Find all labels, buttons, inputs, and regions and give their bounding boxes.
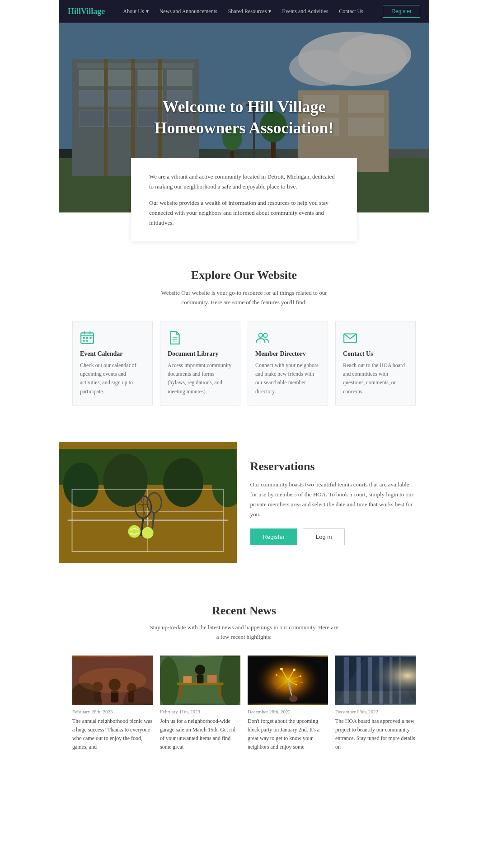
recent-news-title: Recent News: [72, 604, 416, 618]
explore-subtitle: Website Our website is your go-to resour…: [154, 288, 334, 307]
nav-events[interactable]: Events and Activities: [277, 5, 333, 18]
svg-rect-91: [207, 675, 217, 683]
svg-point-85: [219, 656, 240, 705]
svg-point-55: [163, 458, 203, 507]
reservations-image: [59, 442, 237, 563]
svg-rect-77: [94, 692, 101, 702]
news-image-3: [248, 656, 328, 705]
reservations-content: Reservations Our community boasts two be…: [237, 442, 429, 563]
explore-title: Explore Our Website: [72, 269, 416, 282]
reservations-buttons: Register Log in: [250, 528, 416, 545]
svg-point-110: [289, 695, 298, 702]
svg-point-108: [296, 684, 297, 685]
feature-event-calendar: Event Calendar Check out our calendar of…: [72, 321, 153, 406]
news-image-2: [160, 656, 240, 705]
hero-content: Welcome to Hill Village Homeowners Assoc…: [151, 96, 337, 139]
nav-news[interactable]: News and Announcements: [155, 5, 222, 18]
svg-point-105: [300, 675, 301, 677]
svg-rect-42: [89, 337, 91, 339]
feature-contact: Contact Us Reach out to the HOA board an…: [335, 321, 416, 406]
news-image-1: [72, 656, 153, 705]
svg-rect-89: [183, 676, 192, 683]
svg-rect-88: [218, 685, 221, 698]
mail-icon: [343, 330, 357, 345]
reservations-description: Our community boasts two beautiful tenni…: [250, 480, 416, 519]
feature-title-calendar: Event Calendar: [80, 350, 145, 358]
intro-card: We are a vibrant and active community lo…: [131, 158, 357, 241]
chevron-down-icon: ▾: [268, 8, 271, 15]
logo-village: Village: [81, 7, 105, 16]
svg-point-72: [142, 527, 154, 539]
document-icon: [168, 330, 182, 345]
feature-document-library: Document Library Access important commun…: [160, 321, 240, 406]
news-card-4: December 08th, 2022 The HOA board has ap…: [335, 656, 416, 752]
people-icon: [255, 330, 270, 345]
feature-title-doc: Document Library: [168, 350, 233, 358]
news-date-1: February 28th, 2023: [72, 709, 153, 714]
news-date-3: December 28th, 2022: [248, 709, 328, 714]
svg-rect-81: [128, 692, 134, 702]
nav-about-us[interactable]: About Us ▾: [118, 5, 153, 18]
svg-point-104: [293, 669, 296, 671]
svg-rect-93: [197, 675, 204, 684]
svg-rect-120: [335, 691, 416, 703]
calendar-icon: [80, 330, 94, 345]
hero-title: Welcome to Hill Village Homeowners Assoc…: [151, 96, 337, 139]
nav-shared-resources[interactable]: Shared Resources ▾: [224, 5, 276, 18]
svg-rect-44: [86, 340, 88, 341]
feature-title-directory: Member Directory: [255, 350, 320, 358]
features-grid: Event Calendar Check out our calendar of…: [72, 321, 416, 406]
reservations-title: Reservations: [250, 460, 416, 473]
feature-desc-directory: Connect with your neighbors and make new…: [255, 361, 320, 396]
register-button[interactable]: Register: [383, 5, 420, 18]
news-date-4: December 08th, 2022: [335, 709, 416, 714]
news-text-4: The HOA board has approved a new project…: [335, 717, 416, 752]
feature-member-directory: Member Directory Connect with your neigh…: [248, 321, 328, 406]
news-card-1: February 28th, 2023 The annual neighborh…: [72, 656, 153, 752]
site-logo[interactable]: HillVillage: [68, 7, 105, 16]
svg-rect-43: [83, 340, 84, 341]
svg-rect-41: [86, 337, 88, 339]
news-text-2: Join us for a neighborhood-wide garage s…: [160, 717, 240, 752]
tennis-court: [59, 442, 237, 563]
news-card-3: December 28th, 2022 Don't forget about t…: [248, 656, 328, 752]
intro-paragraph-1: We are a vibrant and active community lo…: [149, 172, 339, 192]
news-grid: February 28th, 2023 The annual neighborh…: [72, 656, 416, 752]
svg-point-48: [258, 333, 263, 337]
logo-hill: Hill: [68, 7, 81, 16]
explore-section: Explore Our Website Website Our website …: [59, 241, 429, 423]
svg-rect-87: [179, 685, 182, 698]
svg-point-82: [79, 668, 146, 693]
intro-paragraph-2: Our website provides a wealth of informa…: [149, 198, 339, 228]
recent-news-section: Recent News Stay up-to-date with the lat…: [59, 581, 429, 778]
navbar: HillVillage About Us ▾ News and Announce…: [59, 0, 429, 23]
svg-point-49: [263, 333, 267, 337]
news-card-2: February 11th, 2023 Join us for a neighb…: [160, 656, 240, 752]
feature-title-contact: Contact Us: [343, 350, 408, 358]
reservations-login-button[interactable]: Log in: [303, 528, 345, 545]
svg-point-107: [276, 674, 277, 676]
nav-links: About Us ▾ News and Announcements Shared…: [118, 5, 383, 18]
feature-desc-calendar: Check out our calendar of upcoming event…: [80, 361, 145, 396]
reservations-section: Reservations Our community boasts two be…: [59, 442, 429, 563]
feature-desc-doc: Access important community documents and…: [168, 361, 233, 396]
feature-desc-contact: Reach out to the HOA board and committee…: [343, 361, 408, 396]
recent-news-subtitle: Stay up-to-date with the latest news and…: [149, 623, 339, 642]
news-text-1: The annual neighborhood picnic was a hug…: [72, 717, 153, 752]
svg-point-53: [63, 462, 99, 507]
svg-point-106: [280, 668, 283, 670]
svg-point-71: [128, 525, 141, 538]
svg-rect-40: [83, 337, 84, 339]
news-text-3: Don't forget about the upcoming block pa…: [248, 717, 328, 752]
news-date-2: February 11th, 2023: [160, 709, 240, 714]
reservations-register-button[interactable]: Register: [250, 528, 297, 545]
nav-contact[interactable]: Contact Us: [334, 5, 368, 18]
svg-point-92: [195, 665, 205, 675]
news-image-4: [335, 656, 416, 705]
chevron-down-icon: ▾: [146, 8, 149, 15]
